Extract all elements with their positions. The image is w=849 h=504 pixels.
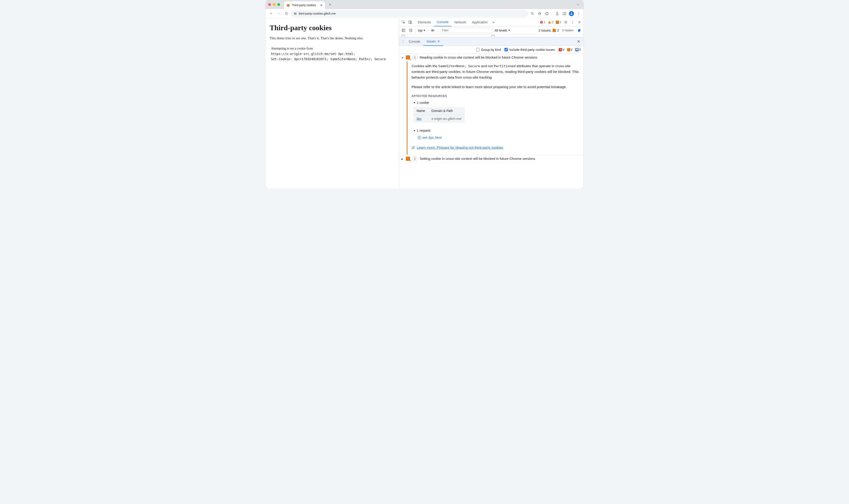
error-counter[interactable]: 1 xyxy=(540,20,545,24)
table-header-domain: Domain & Path xyxy=(428,107,465,115)
back-button[interactable] xyxy=(268,11,274,17)
traffic-lights xyxy=(268,3,280,6)
labs-icon[interactable] xyxy=(554,11,560,16)
side-panel-icon[interactable] xyxy=(562,11,567,16)
hide-network-checkbox[interactable] xyxy=(402,35,405,37)
svg-point-6 xyxy=(571,13,572,14)
demo-block: Attempting to set a cookie from https://… xyxy=(271,46,395,62)
issue-title: Reading cookie in cross-site context wil… xyxy=(420,55,537,59)
tab-elements[interactable]: Elements xyxy=(415,18,434,26)
context-selector[interactable]: top ▼ xyxy=(418,29,425,32)
issue-row[interactable]: ▼ ! 1 Reading cookie in cross-site conte… xyxy=(399,54,583,61)
device-toolbar-icon[interactable] xyxy=(408,20,413,25)
issues-toolbar: Group by kind Include third-party cookie… xyxy=(399,46,583,54)
issues-chip[interactable]: 2 Issues: ! 2 xyxy=(538,29,559,32)
breaking-change-icon: ! xyxy=(406,157,410,161)
svg-rect-5 xyxy=(563,12,566,15)
warning-counter[interactable]: 2 xyxy=(548,20,553,24)
attempt-url: https://x-origin-src.glitch.me/set-3pc.h… xyxy=(271,51,395,57)
issue-counter[interactable]: ! 2 xyxy=(556,20,561,24)
devtools-close-button[interactable]: ✕ xyxy=(577,20,582,24)
browser-tab[interactable]: 🍪 Third-party cookies ✕ xyxy=(284,1,325,9)
learn-more-link[interactable]: Learn more: Prepare for phasing out thir… xyxy=(411,145,581,150)
site-settings-icon[interactable] xyxy=(294,12,297,15)
drawer-close-button[interactable]: ✕ xyxy=(575,39,582,44)
include-third-party-checkbox[interactable]: Include third-party cookie issues xyxy=(505,48,555,52)
inspect-element-icon[interactable] xyxy=(401,20,406,25)
issue-count-badge: 1 xyxy=(412,55,418,59)
devtools-settings-button[interactable] xyxy=(564,20,568,24)
cookie-favicon-icon: 🍪 xyxy=(286,3,290,7)
svg-point-12 xyxy=(565,22,566,23)
issue-count-badge: 1 xyxy=(412,157,418,161)
svg-point-4 xyxy=(531,12,533,14)
tab-network[interactable]: Network xyxy=(452,18,469,26)
more-tabs-button[interactable]: » xyxy=(491,20,496,24)
request-toggle[interactable]: ▼1 request xyxy=(413,128,581,133)
svg-point-15 xyxy=(432,30,434,31)
drawer-tab-issues[interactable]: Issues ✕ xyxy=(423,37,443,46)
cookie-domain: x-origin-src.glitch.me/ xyxy=(428,115,465,123)
issue-title: Setting cookie in cross-site context wil… xyxy=(420,157,535,161)
tab-close-button[interactable]: ✕ xyxy=(320,3,323,7)
issue-severity-counters: ✕0 !2 💬0 xyxy=(558,48,581,51)
bookmark-star-icon[interactable] xyxy=(537,11,542,16)
tab-console[interactable]: Console xyxy=(434,18,451,26)
hidden-count[interactable]: 3 hidden xyxy=(562,29,573,32)
chrome-menu-button[interactable]: ⋮ xyxy=(576,11,581,16)
drawer-issues-close-button[interactable]: ✕ xyxy=(437,39,440,43)
external-link-icon xyxy=(411,146,415,149)
devtools: Elements Console Network Application » 1… xyxy=(399,18,583,188)
log-level-selector[interactable]: All levels ▼ xyxy=(494,29,510,32)
table-header-name: Name xyxy=(413,107,428,115)
omnibox[interactable]: third-party-cookies.glitch.me xyxy=(291,10,528,17)
drawer-menu-button[interactable]: ⋮ xyxy=(401,39,405,44)
reload-button[interactable] xyxy=(283,11,289,17)
nav-toolbar: third-party-cookies.glitch.me ⋮ xyxy=(266,9,583,18)
page-heading: Third-party cookies xyxy=(270,24,395,32)
toggle-sidebar-button[interactable] xyxy=(401,28,406,33)
issue-row[interactable]: ▶ ! 1 Setting cookie in cross-site conte… xyxy=(399,155,583,163)
disclosure-triangle-icon[interactable]: ▼ xyxy=(401,55,404,59)
devtools-menu-button[interactable]: ⋮ xyxy=(570,20,575,24)
page-intro: This demo tries to set one. That's it. T… xyxy=(270,36,395,40)
breaking-change-count[interactable]: !2 xyxy=(567,48,573,51)
console-settings-button[interactable] xyxy=(577,28,582,33)
svg-point-2 xyxy=(295,13,295,13)
devtools-tabbar: Elements Console Network Application » 1… xyxy=(399,18,583,26)
cookie-toggle[interactable]: ▼1 cookie xyxy=(413,100,581,105)
request-link[interactable]: ⇅ set-3pc.html xyxy=(418,135,581,141)
profile-avatar[interactable] xyxy=(569,11,574,16)
log-xhr-checkbox[interactable] xyxy=(491,35,494,37)
extra-filters-row xyxy=(399,35,583,37)
issue-paragraph: Cookies with the SameSite=None; Secure a… xyxy=(411,64,581,80)
disclosure-triangle-icon[interactable]: ▶ xyxy=(401,157,404,161)
filter-input[interactable] xyxy=(440,28,492,33)
affected-resources-heading: AFFECTED RESOURCES xyxy=(411,94,581,98)
tab-title: Third-party cookies xyxy=(292,4,316,7)
new-tab-button[interactable]: + xyxy=(327,1,333,8)
table-row[interactable]: 3pc x-origin-src.glitch.me/ xyxy=(413,115,465,123)
extensions-icon[interactable] xyxy=(544,11,550,16)
network-request-icon: ⇅ xyxy=(418,136,421,139)
page-content: Third-party cookies This demo tries to s… xyxy=(266,18,399,188)
window-maximize-button[interactable] xyxy=(277,3,280,6)
zoom-icon[interactable] xyxy=(530,11,535,16)
breaking-change-icon: ! xyxy=(406,55,410,59)
improvement-count[interactable]: 💬0 xyxy=(575,48,581,51)
clear-console-button[interactable] xyxy=(408,28,413,33)
drawer-tabbar: ⋮ Console Issues ✕ ✕ xyxy=(399,37,583,46)
drawer-tab-console[interactable]: Console xyxy=(405,37,423,46)
group-by-kind-checkbox[interactable]: Group by kind xyxy=(476,48,501,52)
tab-application[interactable]: Application xyxy=(469,18,490,26)
issues-list: ▼ ! 1 Reading cookie in cross-site conte… xyxy=(399,54,583,188)
cookie-name-link[interactable]: 3pc xyxy=(417,117,422,121)
window-minimize-button[interactable] xyxy=(273,3,276,6)
window-close-button[interactable] xyxy=(268,3,271,6)
page-error-count[interactable]: ✕0 xyxy=(558,48,565,51)
tabs-dropdown-button[interactable] xyxy=(575,2,581,7)
live-expression-button[interactable] xyxy=(430,28,435,33)
attempt-label: Attempting to set a cookie from xyxy=(271,46,395,51)
issue-detail: Cookies with the SameSite=None; Secure a… xyxy=(407,61,583,155)
forward-button[interactable] xyxy=(276,11,282,17)
